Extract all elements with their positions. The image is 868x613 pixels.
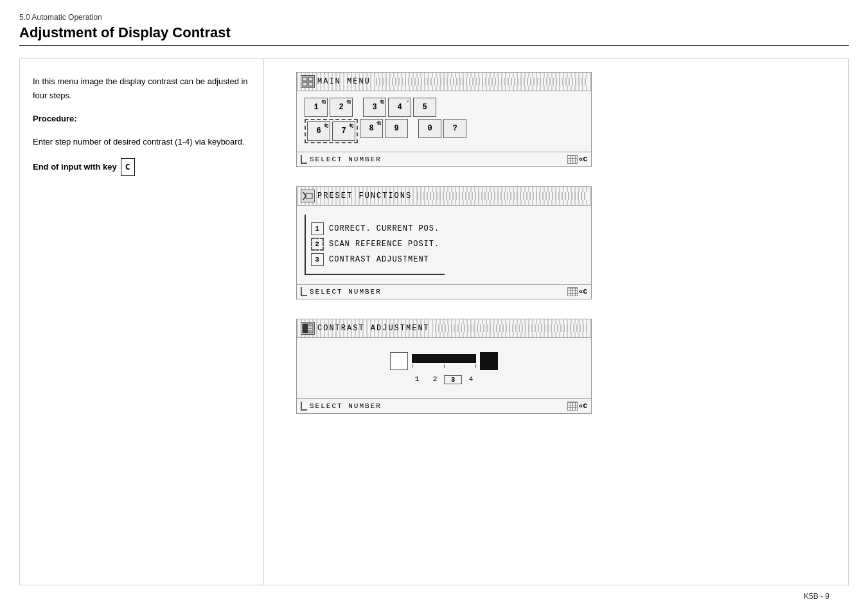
key-9[interactable]: 9 bbox=[385, 119, 408, 138]
screen2-footer-key: «C bbox=[579, 288, 587, 296]
grid-icon-3 bbox=[567, 402, 578, 411]
menu-item-2: 2 SCAN REFERENCE POSIT. bbox=[308, 236, 442, 252]
contrast-num-1: 1 bbox=[408, 375, 426, 384]
key-2[interactable]: 2 旬 bbox=[330, 98, 353, 117]
screen3-body: 1 2 3 4 bbox=[297, 338, 591, 398]
contrast-square-empty bbox=[390, 352, 408, 370]
screen1-header-bar bbox=[376, 78, 587, 85]
menu-num-3: 3 bbox=[311, 253, 324, 266]
key-0[interactable]: 0 bbox=[418, 119, 441, 138]
contrast-ticks bbox=[412, 364, 476, 368]
screen1-footer-right: «C bbox=[567, 155, 587, 164]
end-of-input-label: End of input with key bbox=[33, 160, 117, 174]
menu-item-3: 3 CONTRAST ADJUSTMENT bbox=[308, 252, 442, 267]
left-panel: In this menu image the display contrast … bbox=[20, 59, 264, 585]
page-number: K5B - 9 bbox=[804, 592, 829, 601]
key-8-label: 旬 bbox=[376, 120, 381, 127]
svg-rect-6 bbox=[303, 324, 308, 333]
breadcrumb: 5.0 Automatic Operation bbox=[19, 13, 849, 22]
screen2-footer: SELECT NUMBER «C bbox=[297, 284, 591, 299]
screen3-footer-right: «C bbox=[567, 402, 587, 411]
screen1-footer-bracket bbox=[301, 155, 307, 164]
contrast-bar-row bbox=[390, 352, 498, 370]
menu-num-2: 2 bbox=[311, 238, 324, 251]
screen3-footer-bracket bbox=[301, 402, 307, 411]
contrast-visual: 1 2 3 4 bbox=[305, 352, 583, 384]
tick-2 bbox=[444, 364, 445, 368]
screen1-header: MAIN MENU bbox=[297, 73, 591, 91]
screen2-body: 1 CORRECT. CURRENT POS. 2 SCAN REFERENCE… bbox=[297, 206, 591, 284]
contrast-square-filled bbox=[480, 352, 498, 370]
screen2-icon bbox=[301, 190, 315, 202]
numpad-row1: 1 旬 2 旬 3 旬 4 ⚡ 5 bbox=[305, 98, 583, 117]
intro-text: In this menu image the display contrast … bbox=[33, 75, 251, 103]
key-5[interactable]: 5 bbox=[413, 98, 436, 117]
menu-bracket: 1 CORRECT. CURRENT POS. 2 SCAN REFERENCE… bbox=[305, 215, 445, 275]
svg-rect-1 bbox=[308, 77, 313, 81]
key-3[interactable]: 3 旬 bbox=[363, 98, 386, 117]
contrast-bar-container bbox=[412, 354, 476, 368]
screen1-icon bbox=[301, 75, 315, 88]
tick-1 bbox=[412, 364, 412, 368]
page-footer: K5B - 9 bbox=[19, 592, 849, 601]
contrast-num-3: 3 bbox=[444, 375, 462, 384]
screen1-body: 1 旬 2 旬 3 旬 4 ⚡ 5 bbox=[297, 91, 591, 152]
screen1-title: MAIN MENU bbox=[317, 77, 371, 86]
screen2-header-bar bbox=[417, 192, 587, 200]
page-title: Adjustment of Display Contrast bbox=[19, 24, 849, 46]
screen-preset-functions: PRESET FUNCTIONS 1 CORRECT. CURRENT POS.… bbox=[296, 186, 592, 299]
screen3-title: CONTRAST ADJUSTMENT bbox=[317, 324, 430, 333]
contrast-num-2: 2 bbox=[426, 375, 444, 384]
screen2-footer-bracket bbox=[301, 287, 307, 296]
screen3-icon bbox=[301, 322, 315, 335]
step-text: Enter step number of desired contrast (1… bbox=[33, 135, 251, 149]
grid-icon-2 bbox=[567, 287, 578, 296]
key-8[interactable]: 8 旬 bbox=[360, 119, 383, 138]
numpad-row2: 6 旬 7 旬 8 旬 9 0 ? bbox=[305, 119, 583, 143]
screen-main-menu: MAIN MENU 1 旬 2 旬 3 旬 4 ⚡ bbox=[296, 72, 592, 167]
menu-label-1: CORRECT. CURRENT POS. bbox=[329, 224, 439, 233]
screen2-footer-right: «C bbox=[567, 287, 587, 296]
grid-icon bbox=[567, 155, 578, 164]
dashed-bracket: 6 旬 7 旬 bbox=[305, 119, 358, 143]
key-4[interactable]: 4 ⚡ bbox=[388, 98, 411, 117]
right-panel: MAIN MENU 1 旬 2 旬 3 旬 4 ⚡ bbox=[277, 59, 848, 585]
key-1-label: 旬 bbox=[321, 99, 326, 105]
svg-rect-3 bbox=[308, 82, 313, 86]
key-question[interactable]: ? bbox=[443, 119, 466, 138]
screen1-footer: SELECT NUMBER «C bbox=[297, 152, 591, 166]
key-2-label: 旬 bbox=[346, 99, 351, 105]
tick-3 bbox=[475, 364, 476, 368]
key-7-label: 旬 bbox=[349, 123, 353, 129]
screen1-footer-key: «C bbox=[579, 155, 587, 163]
key-7[interactable]: 7 旬 bbox=[332, 121, 355, 141]
menu-label-3: CONTRAST ADJUSTMENT bbox=[329, 255, 429, 264]
key-box: C bbox=[121, 158, 135, 176]
screen3-footer-label: SELECT NUMBER bbox=[310, 402, 565, 410]
contrast-bar-filled bbox=[412, 354, 476, 363]
menu-list: 1 CORRECT. CURRENT POS. 2 SCAN REFERENCE… bbox=[308, 221, 442, 267]
screen2-header: PRESET FUNCTIONS bbox=[297, 187, 591, 206]
screen3-header: CONTRAST ADJUSTMENT bbox=[297, 319, 591, 338]
contrast-num-4: 4 bbox=[462, 375, 480, 384]
screen1-footer-label: SELECT NUMBER bbox=[310, 155, 565, 163]
contrast-numbers: 1 2 3 4 bbox=[408, 375, 480, 384]
key-4-label: ⚡ bbox=[407, 99, 409, 104]
screen3-footer: SELECT NUMBER «C bbox=[297, 398, 591, 413]
screen2-title: PRESET FUNCTIONS bbox=[317, 191, 412, 200]
menu-item-1: 1 CORRECT. CURRENT POS. bbox=[308, 221, 442, 236]
menu-num-1: 1 bbox=[311, 222, 324, 235]
menu-label-2: SCAN REFERENCE POSIT. bbox=[329, 240, 439, 249]
key-1[interactable]: 1 旬 bbox=[305, 98, 328, 117]
svg-rect-0 bbox=[303, 77, 307, 81]
screen-contrast-adjustment: CONTRAST ADJUSTMENT bbox=[296, 319, 592, 414]
procedure-label: Procedure: bbox=[33, 112, 251, 126]
key-6[interactable]: 6 旬 bbox=[307, 121, 330, 141]
key-6-label: 旬 bbox=[324, 123, 328, 129]
svg-rect-4 bbox=[306, 193, 312, 199]
screen3-header-bar bbox=[435, 324, 587, 332]
screen2-footer-label: SELECT NUMBER bbox=[310, 288, 565, 296]
svg-rect-2 bbox=[303, 82, 307, 86]
key-3-label: 旬 bbox=[380, 99, 384, 105]
screen3-footer-key: «C bbox=[579, 402, 587, 410]
